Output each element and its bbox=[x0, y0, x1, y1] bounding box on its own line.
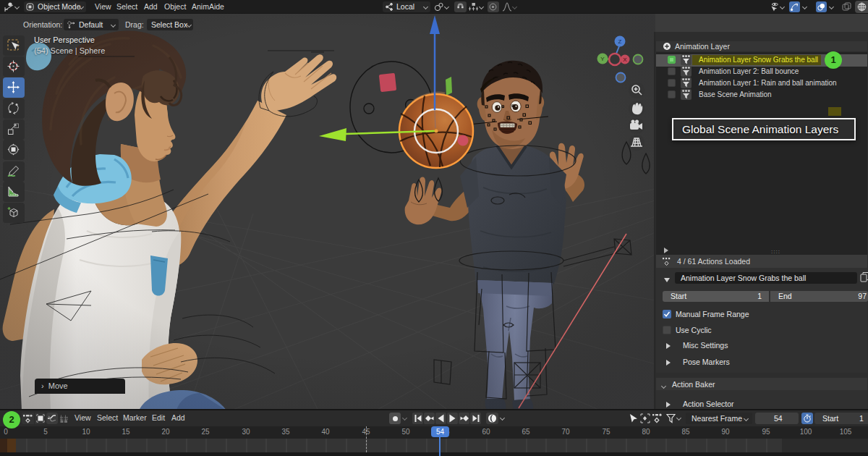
svg-text:Z: Z bbox=[618, 38, 622, 45]
svg-text:X: X bbox=[623, 56, 627, 63]
svg-text:Y: Y bbox=[600, 56, 605, 62]
